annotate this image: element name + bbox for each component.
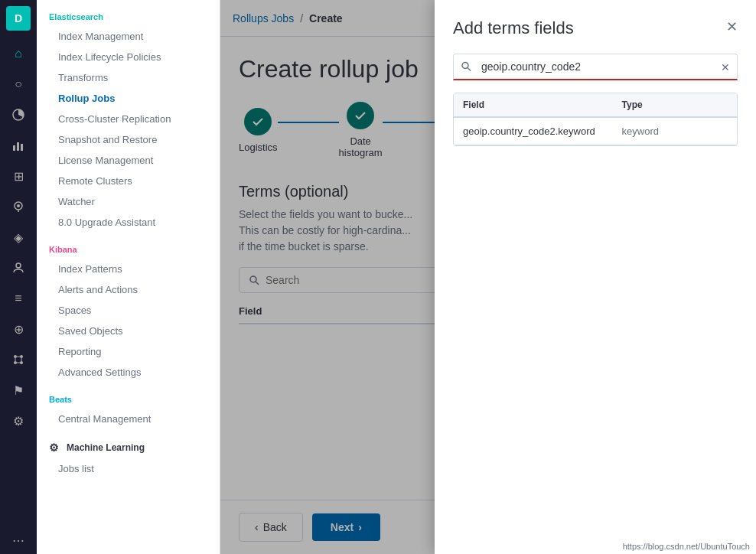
grid-icon[interactable]: ⊞ bbox=[5, 162, 32, 190]
svg-point-19 bbox=[462, 62, 468, 68]
sidebar-item-alerts[interactable]: Alerts and Actions bbox=[37, 279, 220, 300]
integration-icon[interactable]: ⊕ bbox=[5, 315, 32, 343]
svg-rect-2 bbox=[17, 142, 19, 151]
sidebar-section-kibana: Kibana bbox=[37, 233, 220, 259]
sidebar-item-transforms[interactable]: Transforms bbox=[37, 67, 220, 88]
modal-clear-icon[interactable]: ✕ bbox=[721, 61, 730, 73]
home-icon[interactable]: ⌂ bbox=[5, 40, 32, 67]
modal-overlay: Add terms fields ✕ ✕ Field Type geoip.co… bbox=[220, 0, 756, 554]
icon-rail: D ⌂ ○ ⊞ ◈ ≡ ⊕ ⚑ ⚙ ⋯ bbox=[0, 0, 37, 554]
modal-search-icon bbox=[461, 60, 471, 73]
sidebar-item-index-lifecycle[interactable]: Index Lifecycle Policies bbox=[37, 47, 220, 67]
modal-header: Add terms fields ✕ bbox=[453, 18, 738, 38]
modal-table-row[interactable]: geoip.country_code2.keyword keyword bbox=[454, 118, 737, 145]
pipeline-icon[interactable] bbox=[5, 346, 32, 373]
clock-icon[interactable]: ○ bbox=[5, 70, 32, 98]
pie-chart-icon[interactable] bbox=[5, 101, 32, 129]
modal-table-header: Field Type bbox=[454, 93, 737, 118]
bar-chart-icon[interactable] bbox=[5, 132, 32, 159]
sidebar-item-central-mgmt[interactable]: Central Management bbox=[37, 409, 220, 429]
svg-point-11 bbox=[20, 361, 23, 364]
sidebar-item-remote-clusters[interactable]: Remote Clusters bbox=[37, 171, 220, 191]
sidebar-item-reporting[interactable]: Reporting bbox=[37, 341, 220, 362]
sidebar-section-elasticsearch: Elasticsearch bbox=[37, 0, 220, 26]
alert-icon[interactable]: ⚑ bbox=[5, 376, 32, 404]
modal-table: Field Type geoip.country_code2.keyword k… bbox=[453, 93, 738, 146]
modal-col-type-header: Type bbox=[622, 99, 728, 110]
kibana-logo: Kibana bbox=[49, 245, 77, 254]
sidebar-item-upgrade[interactable]: 8.0 Upgrade Assistant bbox=[37, 212, 220, 233]
ml-icon: ⚙ bbox=[49, 442, 59, 454]
modal-col-field-header: Field bbox=[463, 99, 622, 110]
sidebar-item-license[interactable]: License Management bbox=[37, 150, 220, 171]
sidebar-item-index-management[interactable]: Index Management bbox=[37, 26, 220, 47]
modal-field-value: geoip.country_code2.keyword bbox=[463, 125, 622, 137]
main-area: Rollups Jobs / Create ⚙ ✉ Create rollup … bbox=[220, 0, 756, 554]
modal-type-value: keyword bbox=[622, 125, 728, 137]
user-icon[interactable] bbox=[5, 254, 32, 282]
dev-tools-icon[interactable]: ◈ bbox=[5, 223, 32, 251]
sidebar-item-saved-objects[interactable]: Saved Objects bbox=[37, 321, 220, 341]
sidebar-item-ccr[interactable]: Cross-Cluster Replication bbox=[37, 109, 220, 129]
sidebar-item-advanced-settings[interactable]: Advanced Settings bbox=[37, 362, 220, 383]
sidebar-item-spaces[interactable]: Spaces bbox=[37, 300, 220, 321]
sidebar-item-snapshot[interactable]: Snapshot and Restore bbox=[37, 129, 220, 150]
svg-rect-1 bbox=[13, 145, 15, 151]
sidebar-item-jobs-list[interactable]: Jobs list bbox=[37, 458, 220, 479]
sidebar-item-index-patterns[interactable]: Index Patterns bbox=[37, 259, 220, 279]
modal-close-button[interactable]: ✕ bbox=[726, 18, 738, 35]
sidebar-section-beats: Beats bbox=[37, 383, 220, 409]
gear-icon[interactable]: ⚙ bbox=[5, 407, 32, 435]
sidebar-item-rollup-jobs[interactable]: Rollup Jobs bbox=[37, 88, 220, 109]
sidebar-item-watcher[interactable]: Watcher bbox=[37, 191, 220, 212]
ml-label: Machine Learning bbox=[67, 442, 145, 453]
sidebar: Elasticsearch Index Management Index Lif… bbox=[37, 0, 220, 554]
svg-point-6 bbox=[17, 204, 20, 207]
svg-rect-3 bbox=[21, 144, 23, 151]
layers-icon[interactable]: ≡ bbox=[5, 285, 32, 312]
map-icon[interactable] bbox=[5, 193, 32, 220]
beats-logo: Beats bbox=[49, 395, 72, 404]
svg-point-10 bbox=[14, 361, 17, 364]
modal-panel: Add terms fields ✕ ✕ Field Type geoip.co… bbox=[435, 0, 756, 554]
svg-line-20 bbox=[468, 67, 471, 70]
svg-point-7 bbox=[16, 263, 21, 268]
url-bar: https://blog.csdn.net/UbuntuTouch bbox=[623, 542, 750, 551]
elasticsearch-logo: Elasticsearch bbox=[49, 12, 103, 21]
modal-search-wrap: ✕ bbox=[453, 54, 738, 80]
modal-title: Add terms fields bbox=[453, 18, 574, 38]
sidebar-section-ml: ⚙ Machine Learning bbox=[37, 429, 220, 458]
user-avatar[interactable]: D bbox=[6, 6, 31, 31]
svg-point-9 bbox=[20, 355, 23, 358]
modal-search-input[interactable] bbox=[453, 54, 738, 80]
more-icon[interactable]: ⋯ bbox=[5, 526, 32, 554]
svg-point-8 bbox=[14, 355, 17, 358]
